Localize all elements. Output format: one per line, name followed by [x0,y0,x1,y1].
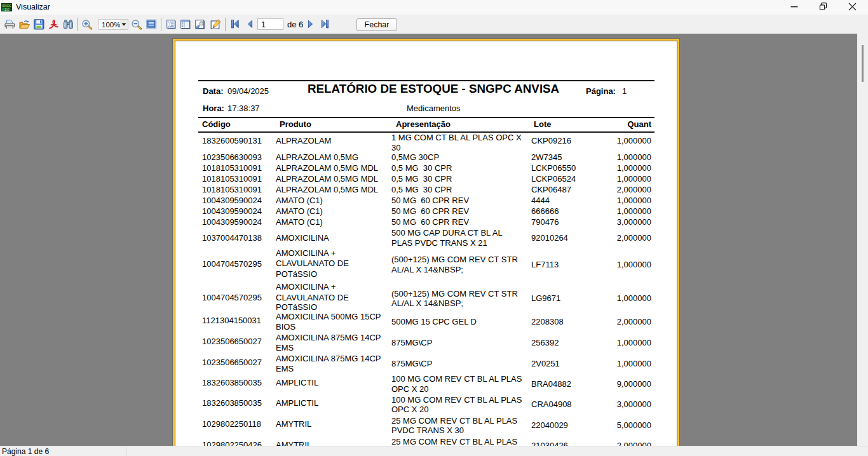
svg-text:2.0: 2.0 [5,8,10,11]
